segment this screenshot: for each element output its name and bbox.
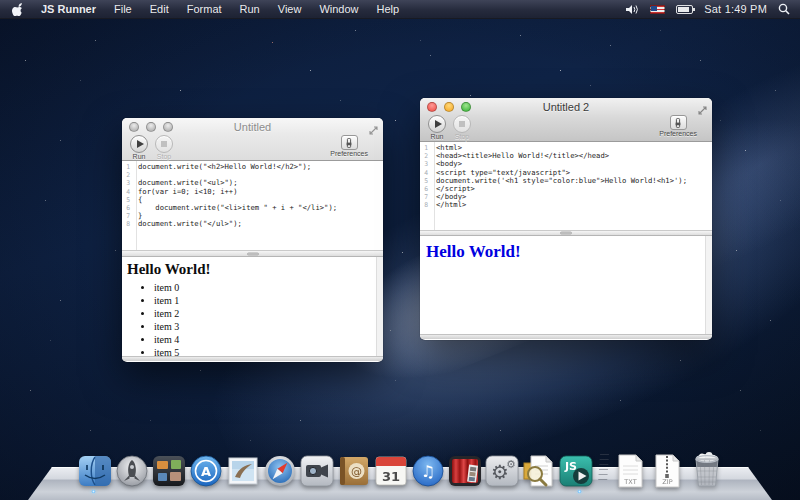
- splitter-handle[interactable]: [247, 252, 259, 255]
- dock-item-ical[interactable]: 31: [374, 454, 408, 488]
- menu-list: FileEditFormatRunViewWindowHelp: [105, 3, 408, 15]
- code-line: 8</html>: [420, 201, 712, 209]
- svg-text:⚙: ⚙: [506, 458, 516, 471]
- output-list: item 0item 1item 2item 3item 4item 5: [122, 281, 383, 356]
- window-untitled: Untitled Run Stop Preferences: [122, 118, 383, 362]
- menu-edit[interactable]: Edit: [141, 3, 178, 15]
- dock-item-preview[interactable]: [522, 454, 556, 488]
- svg-text:31: 31: [382, 469, 400, 484]
- window-chrome: Untitled 2 Run Stop Preferences: [420, 98, 712, 142]
- code-editor[interactable]: 1document.write("<h2>Hello World!</h2>")…: [122, 161, 383, 250]
- play-icon: [435, 120, 442, 128]
- output-list-item: item 4: [154, 333, 383, 346]
- dock: A @: [28, 448, 772, 500]
- titlebar[interactable]: Untitled: [122, 118, 383, 135]
- dock-item-itunes[interactable]: ♫: [411, 454, 445, 488]
- bottom-bar: [122, 356, 383, 361]
- battery-icon[interactable]: [676, 5, 693, 14]
- toolbar: Run Stop Preferences: [122, 135, 383, 161]
- running-indicator-finder: [91, 490, 96, 493]
- dock-item-system-preferences[interactable]: ⚙ ⚙: [485, 454, 519, 488]
- splitter-handle[interactable]: [560, 232, 572, 235]
- scrollbar-track[interactable]: [376, 257, 383, 356]
- menu-clock[interactable]: Sat 1:49 PM: [704, 3, 767, 15]
- dock-item-js-runner[interactable]: JS: [559, 454, 593, 488]
- svg-text:ZIP: ZIP: [662, 478, 672, 486]
- dock-item-txt-document[interactable]: TXT: [613, 454, 647, 488]
- dock-separator: [595, 454, 611, 484]
- menu-file[interactable]: File: [105, 3, 141, 15]
- desktop: JS Runner FileEditFormatRunViewWindowHel…: [0, 0, 800, 500]
- stop-button: Stop: [155, 135, 173, 160]
- titlebar[interactable]: Untitled 2: [420, 98, 712, 115]
- window-untitled-2: Untitled 2 Run Stop Preferences: [420, 98, 712, 340]
- splitter[interactable]: [122, 250, 383, 257]
- dock-item-zip-archive[interactable]: ZIP: [650, 454, 684, 488]
- stop-icon: [161, 141, 168, 148]
- dock-item-mail[interactable]: [226, 454, 260, 488]
- menu-help[interactable]: Help: [368, 3, 409, 15]
- window-chrome: Untitled Run Stop Preferences: [122, 118, 383, 161]
- output-heading: Hello World!: [127, 261, 383, 278]
- svg-text:@: @: [351, 465, 362, 478]
- window-title: Untitled: [122, 121, 383, 133]
- running-indicator-js-runner: [577, 490, 582, 493]
- input-us-flag-icon[interactable]: [650, 5, 665, 14]
- menu-window[interactable]: Window: [310, 3, 367, 15]
- output-list-item: item 5: [154, 346, 383, 356]
- app-menu-title[interactable]: JS Runner: [32, 3, 105, 15]
- dock-item-photo-booth[interactable]: [448, 454, 482, 488]
- stop-icon: [459, 121, 466, 128]
- dock-item-launchpad[interactable]: [115, 454, 149, 488]
- dock-item-address-book[interactable]: @: [337, 454, 371, 488]
- menu-bar: JS Runner FileEditFormatRunViewWindowHel…: [0, 0, 800, 19]
- svg-text:A: A: [201, 464, 211, 479]
- switch-icon: [672, 117, 684, 129]
- scrollbar-track[interactable]: [705, 236, 712, 334]
- output-pane: Hello World!: [420, 236, 712, 334]
- menu-view[interactable]: View: [269, 3, 311, 15]
- preferences-button[interactable]: Preferences: [659, 115, 697, 137]
- code-line: 1document.write("<h2>Hello World!</h2>")…: [122, 163, 383, 171]
- dock-item-safari[interactable]: [263, 454, 297, 488]
- output-list-item: item 2: [154, 307, 383, 320]
- code-editor[interactable]: 1<html>2<head><title>Hello World!</title…: [420, 142, 712, 230]
- code-line: 2<head><title>Hello World!</title></head…: [420, 152, 712, 160]
- play-icon: [137, 140, 144, 148]
- spotlight-icon[interactable]: [778, 3, 790, 15]
- code-line: 6 document.write("<li>item " + i + "</li…: [122, 204, 383, 212]
- output-heading: Hello World!: [426, 242, 712, 262]
- stop-button: Stop: [453, 115, 471, 140]
- dock-item-app-store[interactable]: A: [189, 454, 223, 488]
- code-line: 4for(var i=0; i<10; i++): [122, 188, 383, 196]
- svg-text:TXT: TXT: [623, 478, 636, 486]
- output-list-item: item 1: [154, 294, 383, 307]
- window-title: Untitled 2: [420, 101, 712, 113]
- dock-item-mission-control[interactable]: [152, 454, 186, 488]
- dock-item-facetime[interactable]: [300, 454, 334, 488]
- run-button[interactable]: Run: [130, 135, 148, 160]
- menu-format[interactable]: Format: [178, 3, 231, 15]
- toolbar: Run Stop Preferences: [420, 115, 712, 141]
- dock-item-trash[interactable]: [687, 450, 727, 488]
- menu-run[interactable]: Run: [231, 3, 269, 15]
- output-list-item: item 3: [154, 320, 383, 333]
- output-pane: Hello World! item 0item 1item 2item 3ite…: [122, 257, 383, 356]
- bottom-bar: [420, 334, 712, 339]
- code-line: 8document.write("</ul>");: [122, 220, 383, 228]
- volume-icon[interactable]: [626, 4, 639, 15]
- output-list-item: item 0: [154, 281, 383, 294]
- preferences-button[interactable]: Preferences: [330, 135, 368, 157]
- dock-item-finder[interactable]: [78, 454, 112, 488]
- apple-menu-icon[interactable]: [10, 0, 32, 18]
- run-button[interactable]: Run: [428, 115, 446, 140]
- switch-icon: [343, 137, 355, 149]
- svg-text:♫: ♫: [421, 462, 435, 481]
